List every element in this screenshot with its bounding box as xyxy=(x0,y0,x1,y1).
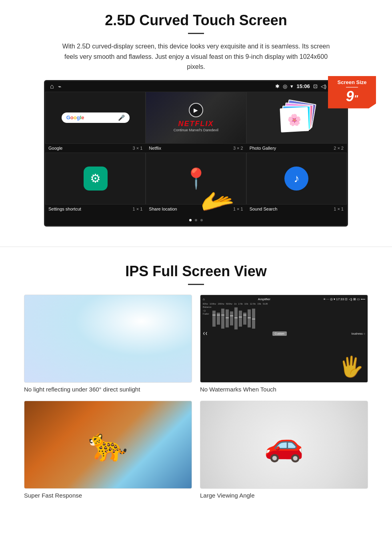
netflix-background xyxy=(146,92,246,143)
badge-line xyxy=(346,87,358,88)
amp-back: ❮❮ xyxy=(203,332,208,335)
music-app-cell[interactable]: ♪ xyxy=(246,153,347,205)
flower-icon: 🌸 xyxy=(287,112,302,126)
device-frame: ⌂ ⌁ ✱ ◎ ▾ 15:06 ⊡ ◁) ⊠ ▭ xyxy=(44,80,348,227)
device-wrapper: Screen Size 9" ⌂ ⌁ ✱ ◎ ▾ 15:06 ⊡ ◁) xyxy=(44,80,348,227)
mic-icon[interactable]: 🎤 xyxy=(118,114,125,121)
section1-title: 2.5D Curved Touch Screen xyxy=(24,12,368,29)
volume-icon: ◁) xyxy=(321,83,326,89)
section-curved-screen: 2.5D Curved Touch Screen With 2.5D curve… xyxy=(0,0,392,235)
settings-icon-wrapper: ⚙ xyxy=(84,167,108,191)
dot-2 xyxy=(195,219,197,221)
feature-car: 🚗 Large Viewing Angle xyxy=(200,401,368,499)
netflix-play-button[interactable]: ▶ xyxy=(189,103,203,117)
amp-footer: ❮❮ Custom loudness ○ xyxy=(203,331,365,336)
google-logo: Google xyxy=(66,114,84,120)
amp-title: Amplifier xyxy=(258,297,270,301)
section2-underline xyxy=(188,284,204,285)
car-bg: 🚗 xyxy=(200,401,368,488)
netflix-subtitle: Continue Marvel's Daredevil xyxy=(174,128,218,132)
pagination-dots xyxy=(45,213,347,225)
maps-app-cell[interactable]: 📍 🫴 xyxy=(146,153,246,205)
badge-size: 9" xyxy=(332,89,372,104)
sunlight-image xyxy=(24,295,192,383)
settings-app-cell[interactable]: ⚙ xyxy=(45,153,146,205)
google-app-cell[interactable]: Google 🎤 xyxy=(45,92,146,144)
maps-icon: 📍 xyxy=(184,167,208,190)
screen-size-badge: Screen Size 9" xyxy=(328,76,376,108)
netflix-app-cell[interactable]: ▶ NETFLIX Continue Marvel's Daredevil xyxy=(146,92,246,144)
feature-grid: No light reflecting under 360° direct su… xyxy=(24,295,368,499)
settings-label: Settings shortcut 1 × 1 xyxy=(45,205,146,213)
google-app-size: 3 × 1 xyxy=(133,146,143,151)
section1-description: With 2.5D curved-display screen, this de… xyxy=(56,41,336,72)
amp-loudness: loudness ○ xyxy=(352,332,365,335)
eq-bars xyxy=(212,307,255,331)
badge-title: Screen Size xyxy=(332,79,372,85)
location-icon: ◎ xyxy=(283,83,287,89)
netflix-label: Netflix 3 × 2 xyxy=(146,144,246,153)
music-app-name: Sound Search xyxy=(250,207,278,211)
music-label: Sound Search 1 × 1 xyxy=(246,205,347,213)
dot-3 xyxy=(200,219,203,221)
amp-freq-labels: 60hz100hz200hz500hz1k2.5k10k12.5k15kSUB xyxy=(203,303,365,305)
photo-stack: 🌸 xyxy=(278,102,314,134)
status-time: 15:06 xyxy=(296,83,310,89)
amp-home: ⌂ xyxy=(203,297,205,301)
maps-app-name: Share location xyxy=(149,207,177,211)
gallery-label: Photo Gallery 2 × 2 xyxy=(246,144,347,153)
google-app-name: Google xyxy=(48,146,62,151)
maps-app-size: 1 × 1 xyxy=(233,207,243,211)
amplifier-label: No Watermarks When Touch xyxy=(200,386,368,393)
amp-header: ⌂ Amplifier ≡ ··· ◎ ▾ 17:33 ⊡ ◁) ⊠ ▭ ⟵ xyxy=(203,297,365,301)
music-app-size: 1 × 1 xyxy=(334,207,344,211)
sunlight-flare xyxy=(24,295,192,382)
gear-icon: ⚙ xyxy=(90,171,101,185)
badge-unit: " xyxy=(354,93,358,103)
netflix-logo-text: NETFLIX xyxy=(174,120,218,128)
google-label: Google 3 × 1 xyxy=(45,144,146,153)
section-ips-screen: IPS Full Screen View No light reflecting… xyxy=(0,259,392,511)
car-image: 🚗 xyxy=(200,401,368,489)
home-icon[interactable]: ⌂ xyxy=(50,83,54,90)
section-divider xyxy=(0,247,392,247)
amp-controls: Balance ◁) Fader xyxy=(203,306,365,330)
wifi-icon: ▾ xyxy=(290,83,293,89)
feature-amplifier: ⌂ Amplifier ≡ ··· ◎ ▾ 17:33 ⊡ ◁) ⊠ ▭ ⟵ 6… xyxy=(200,295,368,393)
settings-app-size: 1 × 1 xyxy=(133,207,143,211)
status-bar-left: ⌂ ⌁ xyxy=(50,83,61,90)
status-bar: ⌂ ⌁ ✱ ◎ ▾ 15:06 ⊡ ◁) ⊠ ▭ xyxy=(45,81,347,92)
app-grid-row1: Google 🎤 ▶ NETFLIX Continue Marvel's Dar… xyxy=(45,92,347,144)
settings-app-name: Settings shortcut xyxy=(48,207,81,211)
sunlight-label: No light reflecting under 360° direct su… xyxy=(24,386,192,393)
amp-icons: ≡ ··· ◎ ▾ 17:33 ⊡ ◁) ⊠ ▭ ⟵ xyxy=(324,297,365,301)
google-search-bar[interactable]: Google 🎤 xyxy=(62,112,130,123)
maps-label: Share location 1 × 1 xyxy=(146,205,246,213)
cheetah-bg: 🐆 xyxy=(24,401,192,488)
section2-title: IPS Full Screen View xyxy=(24,263,368,280)
feature-sunlight: No light reflecting under 360° direct su… xyxy=(24,295,192,393)
hand-eq-icon: 🖐 xyxy=(339,355,364,378)
amplifier-image: ⌂ Amplifier ≡ ··· ◎ ▾ 17:33 ⊡ ◁) ⊠ ▭ ⟵ 6… xyxy=(200,295,368,383)
amp-custom: Custom xyxy=(272,331,287,336)
gallery-app-name: Photo Gallery xyxy=(250,146,276,151)
feature-cheetah: 🐆 Super Fast Response xyxy=(24,401,192,499)
car-top-icon: 🚗 xyxy=(264,426,304,464)
netflix-logo-area: NETFLIX Continue Marvel's Daredevil xyxy=(174,120,218,132)
app-grid-row2: ⚙ 📍 🫴 ♪ xyxy=(45,153,347,205)
gallery-app-size: 2 × 2 xyxy=(334,146,344,151)
car-label: Large Viewing Angle xyxy=(200,492,368,499)
camera-icon: ⊡ xyxy=(313,83,318,89)
cheetah-label: Super Fast Response xyxy=(24,492,192,499)
music-icon-wrapper: ♪ xyxy=(284,167,308,191)
netflix-app-name: Netflix xyxy=(149,146,161,151)
cell-label-row2: Settings shortcut 1 × 1 Share location 1… xyxy=(45,205,347,213)
dot-1 xyxy=(189,219,192,221)
section1-underline xyxy=(188,33,204,34)
photo-card-4: 🌸 xyxy=(280,107,309,132)
usb-icon: ⌁ xyxy=(58,83,61,90)
netflix-app-size: 3 × 2 xyxy=(233,146,243,151)
cell-label-row1: Google 3 × 1 Netflix 3 × 2 Photo Gallery… xyxy=(45,144,347,153)
cheetah-image: 🐆 xyxy=(24,401,192,489)
amp-screen: ⌂ Amplifier ≡ ··· ◎ ▾ 17:33 ⊡ ◁) ⊠ ▭ ⟵ 6… xyxy=(200,295,368,382)
